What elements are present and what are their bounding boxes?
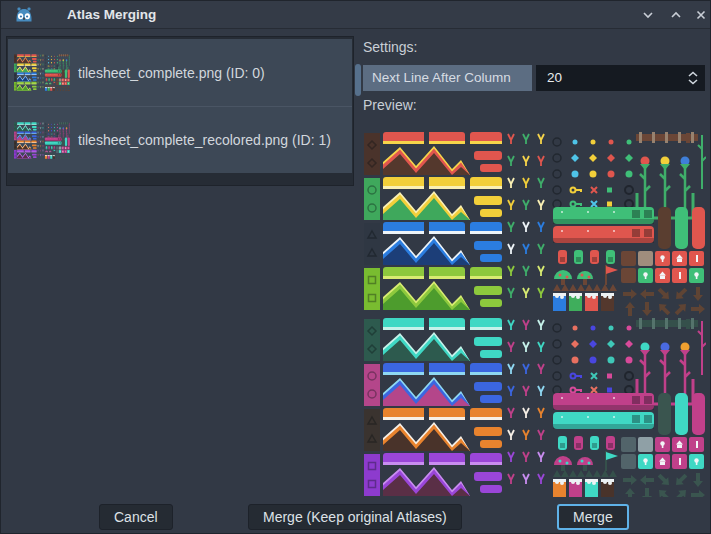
preview-heading: Preview: — [363, 97, 417, 113]
atlas-file-list: tilesheet_complete.png (ID: 0) tilesheet… — [6, 36, 354, 186]
window-title: Atlas Merging — [67, 1, 156, 28]
preview-image — [364, 123, 706, 497]
list-item-atlas-0[interactable]: tilesheet_complete.png (ID: 0) — [8, 39, 352, 106]
list-scrollbar-grabber[interactable] — [355, 64, 361, 96]
atlas-label: tilesheet_complete.png (ID: 0) — [78, 65, 265, 81]
godot-logo-icon — [14, 5, 34, 25]
maximize-icon[interactable] — [669, 8, 685, 24]
atlas-thumbnail-1 — [14, 122, 70, 159]
titlebar[interactable]: Atlas Merging — [1, 1, 710, 29]
merge-keep-original-button[interactable]: Merge (Keep original Atlases) — [248, 504, 462, 530]
atlas-merging-dialog: Atlas Merging tilesheet_complete.png (ID… — [0, 0, 711, 534]
list-item-atlas-1[interactable]: tilesheet_complete_recolored.png (ID: 1) — [8, 106, 352, 173]
settings-heading: Settings: — [363, 39, 417, 55]
spinbox-updown-icon[interactable] — [687, 71, 699, 88]
next-line-after-column-spinbox[interactable]: 20 — [536, 65, 705, 91]
spinbox-value: 20 — [547, 65, 562, 91]
atlas-label: tilesheet_complete_recolored.png (ID: 1) — [78, 132, 331, 148]
cancel-button[interactable]: Cancel — [99, 504, 173, 530]
next-line-after-column-label: Next Line After Column — [363, 65, 532, 91]
merge-button[interactable]: Merge — [557, 504, 629, 530]
minimize-icon[interactable] — [641, 8, 657, 24]
atlas-thumbnail-0 — [14, 54, 70, 91]
close-icon[interactable] — [694, 8, 710, 24]
preview-area — [364, 123, 706, 497]
